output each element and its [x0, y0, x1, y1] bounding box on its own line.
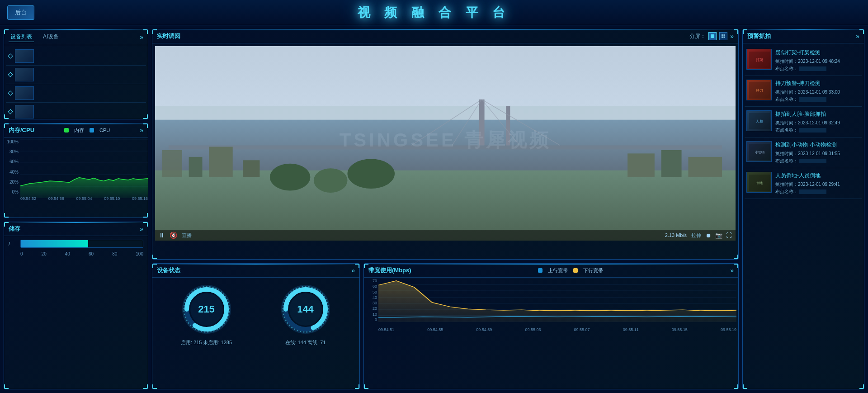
device-list-content: 09:55:14 — [4, 45, 148, 119]
offline-device-chart: 144 在线: 144 离线: 71 — [278, 282, 333, 346]
list-item[interactable]: 倒地 人员倒地-人员倒地 抓拍时间：2023-12-01 09:29:41 布点… — [745, 168, 862, 199]
device-list-expand[interactable]: » — [140, 33, 143, 41]
online-device-chart: 215 启用: 215 未启用: 1285 — [179, 282, 234, 346]
tab-device-list[interactable]: 设备列表 — [9, 32, 34, 42]
svg-rect-7 — [722, 34, 723, 36]
alert-thumbnail: 人脸 — [746, 110, 772, 131]
svg-text:持刀: 持刀 — [756, 89, 763, 93]
memory-cpu-expand[interactable]: » — [140, 127, 143, 134]
device-list-header: 设备列表 AI设备 » — [4, 29, 148, 45]
video-expand[interactable]: » — [730, 33, 734, 40]
alert-location: 布点名称： — [775, 158, 860, 164]
video-overlay: ⏸ 🔇 直播 2.13 Mb/s 拉伸 ⏺ 📷 ⛶ — [155, 230, 736, 241]
alert-info: 人员倒地-人员倒地 抓拍时间：2023-12-01 09:29:41 布点名称： — [775, 172, 860, 195]
svg-rect-8 — [724, 34, 726, 36]
memory-legend-dot — [64, 128, 69, 133]
snapshot-icon[interactable]: 📷 — [715, 232, 722, 239]
device-expand-icon — [8, 72, 13, 77]
storage-content: / 0 20 40 60 80 100 — [4, 236, 148, 260]
device-status-title: 设备状态 — [157, 266, 180, 275]
alert-location: 布点名称： — [775, 96, 860, 103]
list-item[interactable] — [6, 103, 146, 119]
alert-panel-expand[interactable]: » — [856, 33, 859, 40]
chart-x-axis: 09:54:52 09:54:58 09:55:04 09:55:10 09:5… — [20, 196, 148, 205]
memory-legend-label: 内存 — [74, 127, 84, 134]
storage-bar-row: / — [9, 240, 143, 248]
alert-info: 疑似打架-打架检测 抓拍时间：2023-12-01 09:48:24 布点名称： — [775, 49, 860, 72]
list-item[interactable] — [6, 66, 146, 84]
list-item[interactable]: 小动物 检测到小动物-小动物检测 抓拍时间：2023-12-01 09:31:5… — [745, 137, 862, 168]
record-icon[interactable]: ⏺ — [706, 232, 712, 239]
alert-thumbnail: 小动物 — [746, 141, 772, 162]
offline-count: 144 — [297, 303, 314, 315]
device-status-expand[interactable]: » — [351, 267, 355, 274]
stretch-label: 拉伸 — [691, 232, 701, 239]
device-expand-icon — [8, 90, 13, 95]
split-controls: 分屏： » — [689, 32, 734, 40]
alert-info: 持刀预警-持刀检测 抓拍时间：2023-12-01 09:33:00 布点名称： — [775, 80, 860, 103]
main-layout: 设备列表 AI设备 » — [0, 25, 868, 393]
video-panel-header: 实时调阅 分屏： » — [152, 29, 738, 43]
svg-rect-27 — [661, 150, 682, 177]
online-ring-chart: 215 — [179, 282, 234, 336]
list-item[interactable] — [6, 47, 146, 66]
alert-location-value — [799, 189, 826, 194]
svg-rect-28 — [688, 157, 722, 177]
download-legend-dot — [573, 268, 578, 273]
online-stat: 启用: 215 未启用: 1285 — [179, 339, 234, 346]
alert-location-value — [799, 159, 826, 163]
alert-time: 抓拍时间：2023-12-01 09:31:55 — [775, 151, 860, 157]
alert-thumbnail: 打架 — [746, 49, 772, 70]
chart-y-axis: 100% 80% 60% 40% 20% 0% — [4, 137, 20, 196]
device-status-content: 215 启用: 215 未启用: 1285 — [152, 278, 359, 350]
alert-location: 布点名称： — [775, 66, 860, 72]
mute-button[interactable]: 🔇 — [170, 232, 177, 239]
svg-rect-22 — [162, 150, 182, 177]
bandwidth-expand[interactable]: » — [730, 267, 734, 274]
tab-ai-device[interactable]: AI设备 — [41, 32, 61, 42]
list-item[interactable]: 人脸 抓拍到人脸-脸部抓拍 抓拍时间：2023-12-01 09:32:49 布… — [745, 107, 862, 137]
video-icon-group: ⏺ 📷 ⛶ — [706, 232, 732, 239]
svg-rect-23 — [189, 157, 203, 177]
split-label: 分屏： — [689, 33, 706, 40]
device-thumbnail — [15, 49, 34, 63]
video-panel: 实时调阅 分屏： » — [152, 29, 739, 260]
bottom-center: 设备状态 » — [152, 263, 739, 389]
bandwidth-header: 带宽使用(Mbps) 上行宽带 下行宽带 » — [364, 264, 738, 278]
alert-panel-title: 预警抓拍 — [747, 32, 771, 40]
list-item[interactable]: 打架 疑似打架-打架检测 抓拍时间：2023-12-01 09:48:24 布点… — [745, 45, 862, 76]
storage-bar-background — [20, 240, 143, 248]
video-container: TSINGSEE 青犀视频 ⏸ 🔇 直播 2.13 Mb/s 拉伸 ⏺ 📷 ⛶ — [155, 46, 736, 241]
svg-point-31 — [348, 159, 395, 189]
bandwidth-legend: 上行宽带 下行宽带 — [538, 267, 603, 274]
back-button[interactable]: 后台 — [7, 5, 34, 20]
device-expand-icon — [8, 53, 13, 58]
alert-location-value — [799, 97, 826, 102]
storage-panel: 储存 » / 0 20 40 60 80 100 — [4, 222, 148, 389]
bandwidth-y-axis: 70 60 50 40 30 20 10 0 — [364, 278, 378, 323]
device-list-tabs: 设备列表 AI设备 — [9, 32, 61, 42]
split-1-button[interactable] — [708, 32, 717, 40]
alert-list: 打架 疑似打架-打架检测 抓拍时间：2023-12-01 09:48:24 布点… — [743, 43, 864, 389]
alert-location-value — [799, 66, 826, 71]
device-expand-icon — [8, 109, 13, 114]
storage-x-axis: 0 20 40 60 80 100 — [9, 251, 143, 256]
split-4-button[interactable] — [719, 32, 727, 40]
fullscreen-icon[interactable]: ⛶ — [726, 232, 732, 239]
svg-rect-24 — [209, 147, 232, 177]
list-item[interactable] — [6, 84, 146, 103]
alert-time: 抓拍时间：2023-12-01 09:29:41 — [775, 181, 860, 188]
svg-text:小动物: 小动物 — [755, 151, 764, 154]
list-item[interactable]: 持刀 持刀预警-持刀检测 抓拍时间：2023-12-01 09:33:00 布点… — [745, 76, 862, 107]
storage-expand[interactable]: » — [140, 225, 143, 232]
svg-rect-6 — [711, 34, 714, 38]
right-panel: 预警抓拍 » 打架 疑似打架-打架检测 抓拍时间：2023-12-01 09:4… — [742, 29, 864, 389]
device-list-panel: 设备列表 AI设备 » — [4, 29, 148, 119]
alert-info: 抓拍到人脸-脸部抓拍 抓拍时间：2023-12-01 09:32:49 布点名称… — [775, 110, 860, 133]
pause-button[interactable]: ⏸ — [159, 232, 165, 239]
svg-text:TSINGSEE 青犀视频: TSINGSEE 青犀视频 — [340, 129, 552, 151]
alert-title: 持刀预警-持刀检测 — [775, 80, 860, 87]
memory-legend: 内存 CPU — [64, 127, 110, 134]
alert-title: 抓拍到人脸-脸部抓拍 — [775, 110, 860, 118]
cpu-legend-label: CPU — [99, 128, 110, 133]
